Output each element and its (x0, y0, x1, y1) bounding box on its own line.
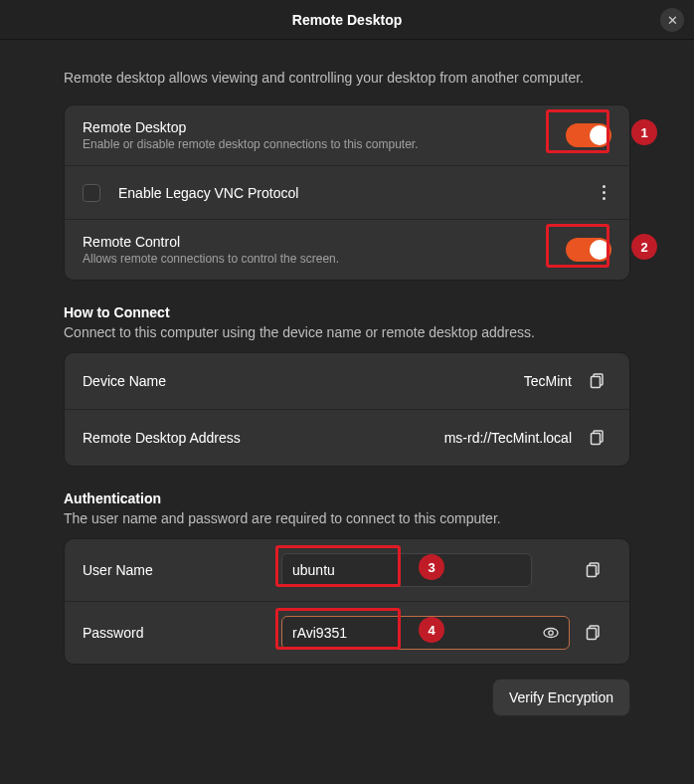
connect-section-sub: Connect to this computer using the devic… (64, 324, 630, 340)
close-icon: ✕ (667, 13, 678, 28)
vnc-row: Enable Legacy VNC Protocol (65, 166, 629, 220)
username-input[interactable] (281, 553, 532, 587)
copy-icon (590, 430, 606, 446)
copy-device-name-button[interactable] (584, 367, 611, 395)
copy-password-button[interactable] (580, 619, 607, 647)
copy-icon (586, 625, 602, 641)
annotation-badge-1: 1 (631, 119, 657, 145)
connect-section-title: How to Connect (64, 304, 630, 320)
vnc-more-button[interactable] (597, 181, 611, 204)
content: Remote desktop allows viewing and contro… (0, 40, 694, 736)
password-label: Password (83, 625, 281, 641)
copy-address-button[interactable] (584, 424, 611, 452)
verify-encryption-button[interactable]: Verify Encryption (492, 679, 630, 716)
svg-rect-1 (592, 377, 601, 388)
address-row: Remote Desktop Address ms-rd://TecMint.l… (65, 410, 629, 466)
svg-rect-5 (588, 566, 597, 577)
copy-icon (590, 373, 606, 389)
remote-control-text: Remote Control Allows remote connections… (83, 234, 566, 266)
svg-rect-9 (588, 629, 597, 640)
connect-panel: Device Name TecMint Remote Desktop Addre… (64, 352, 630, 467)
intro-text: Remote desktop allows viewing and contro… (64, 68, 630, 89)
eye-icon (543, 625, 559, 641)
svg-point-6 (544, 629, 558, 638)
verify-row: Verify Encryption (64, 679, 630, 716)
vnc-label: Enable Legacy VNC Protocol (118, 185, 597, 201)
username-row: User Name 3 (65, 539, 629, 602)
device-name-label: Device Name (83, 373, 281, 389)
remote-desktop-row: Remote Desktop Enable or disable remote … (65, 105, 629, 166)
remote-control-title: Remote Control (83, 234, 566, 250)
auth-panel: User Name 3 Password (64, 538, 630, 665)
titlebar: Remote Desktop ✕ (0, 0, 694, 40)
remote-desktop-toggle[interactable] (566, 123, 611, 147)
remote-control-subtitle: Allows remote connections to control the… (83, 252, 566, 266)
password-input[interactable] (282, 617, 539, 649)
device-name-row: Device Name TecMint (65, 353, 629, 410)
remote-desktop-text: Remote Desktop Enable or disable remote … (83, 119, 566, 151)
copy-username-button[interactable] (580, 556, 607, 584)
device-name-value: TecMint (281, 373, 584, 389)
password-field-wrap (281, 616, 570, 650)
svg-rect-3 (592, 434, 601, 445)
close-button[interactable]: ✕ (660, 8, 684, 32)
remote-control-toggle[interactable] (566, 238, 611, 262)
address-value: ms-rd://TecMint.local (281, 430, 584, 446)
copy-icon (586, 562, 602, 578)
address-label: Remote Desktop Address (83, 430, 281, 446)
username-wrap (281, 553, 611, 587)
annotation-badge-2: 2 (631, 234, 657, 260)
settings-panel: Remote Desktop Enable or disable remote … (64, 104, 630, 281)
remote-control-row: Remote Control Allows remote connections… (65, 220, 629, 280)
password-row: Password 4 (65, 602, 629, 664)
window-title: Remote Desktop (292, 12, 402, 28)
remote-desktop-subtitle: Enable or disable remote desktop connect… (83, 137, 566, 151)
auth-section-sub: The user name and password are required … (64, 510, 630, 526)
toggle-password-visibility-button[interactable] (539, 621, 563, 645)
auth-section-title: Authentication (64, 490, 630, 506)
svg-point-7 (549, 631, 553, 635)
vnc-checkbox[interactable] (83, 184, 100, 202)
remote-desktop-title: Remote Desktop (83, 119, 566, 135)
password-wrap (281, 616, 611, 650)
username-label: User Name (83, 562, 281, 578)
